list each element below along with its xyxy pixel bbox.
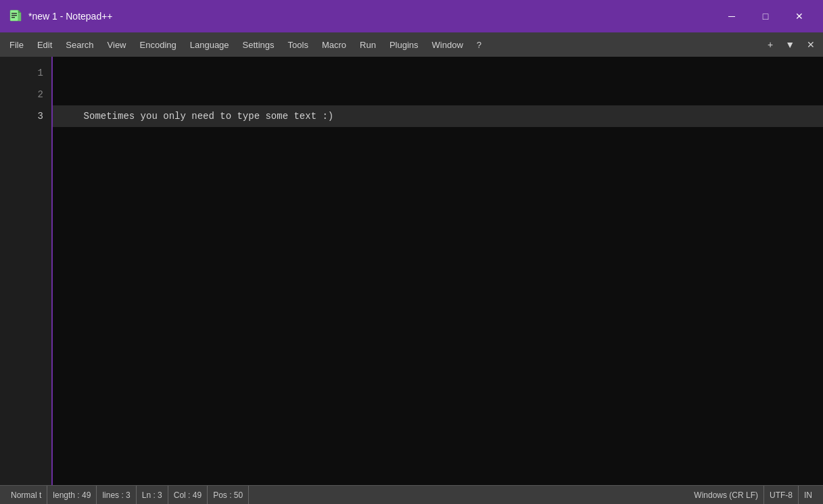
editor-line-2: [53, 84, 823, 105]
status-file-type: Normal t: [5, 486, 47, 504]
status-pos: Pos : 50: [208, 486, 249, 504]
menu-edit[interactable]: Edit: [30, 35, 59, 54]
close-button[interactable]: ✕: [784, 5, 815, 27]
svg-rect-1: [11, 13, 17, 14]
svg-rect-3: [11, 17, 15, 18]
menu-search[interactable]: Search: [59, 35, 100, 54]
status-col: Col : 49: [168, 486, 208, 504]
status-ins: IN: [799, 486, 818, 504]
menu-encoding[interactable]: Encoding: [133, 35, 183, 54]
title-bar: *new 1 - Notepad++ ─ □ ✕: [0, 0, 823, 32]
line-number-1: 1: [38, 62, 43, 84]
menu-settings[interactable]: Settings: [236, 35, 281, 54]
window-controls: ─ □ ✕: [716, 5, 815, 27]
menu-file[interactable]: File: [3, 35, 30, 54]
status-right: Windows (CR LF) UTF-8 IN: [688, 486, 818, 504]
menu-bar: File Edit Search View Encoding Language …: [0, 32, 823, 57]
menu-right: + ▼ ✕: [762, 35, 820, 54]
status-lines: lines : 3: [97, 486, 136, 504]
status-ln: Ln : 3: [137, 486, 168, 504]
tab-dropdown-button[interactable]: ▼: [780, 35, 800, 54]
status-bar: Normal t length : 49 lines : 3 Ln : 3 Co…: [0, 485, 823, 504]
editor-line-3-content: Sometimes you only need to type some tex…: [61, 111, 333, 122]
menu-macro[interactable]: Macro: [315, 35, 353, 54]
svg-rect-2: [11, 15, 17, 16]
title-text: *new 1 - Notepad++: [28, 11, 113, 22]
app-icon: [8, 9, 23, 24]
editor-line-3: Sometimes you only need to type some tex…: [53, 105, 823, 127]
add-tab-button[interactable]: +: [762, 35, 778, 54]
status-encoding[interactable]: UTF-8: [764, 486, 799, 504]
editor-content[interactable]: Sometimes you only need to type some tex…: [53, 57, 823, 485]
line-numbers: 1 2 3: [0, 57, 53, 485]
svg-marker-5: [18, 10, 21, 13]
menu-language[interactable]: Language: [183, 35, 236, 54]
line-number-3: 3: [38, 105, 43, 127]
menu-run[interactable]: Run: [353, 35, 383, 54]
menu-view[interactable]: View: [101, 35, 133, 54]
editor-line-1: [53, 62, 823, 84]
menu-window[interactable]: Window: [425, 35, 470, 54]
menu-help[interactable]: ?: [470, 35, 488, 54]
line-number-2: 2: [38, 84, 43, 105]
title-left: *new 1 - Notepad++: [8, 9, 113, 24]
minimize-button[interactable]: ─: [716, 5, 747, 27]
status-line-ending[interactable]: Windows (CR LF): [688, 486, 764, 504]
editor-area: 1 2 3 Sometimes you only need to type so…: [0, 57, 823, 485]
menu-plugins[interactable]: Plugins: [383, 35, 425, 54]
close-tab-button[interactable]: ✕: [801, 35, 820, 54]
status-length: length : 49: [47, 486, 97, 504]
maximize-button[interactable]: □: [750, 5, 781, 27]
menu-tools[interactable]: Tools: [281, 35, 315, 54]
